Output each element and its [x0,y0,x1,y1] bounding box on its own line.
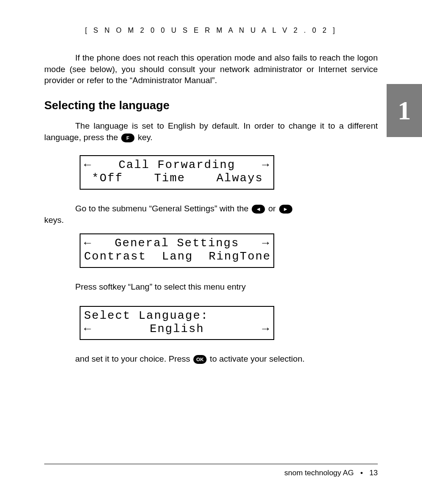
lcd2-left-arrow: ← [84,237,92,250]
ok-key-icon: OK [193,355,207,364]
page-footer: snom technology AG • 13 [44,464,378,477]
submenu-text-b: or [266,204,278,213]
footer-company: snom technology AG [284,469,354,477]
lcd-general-settings: ← General Settings → Contrast Lang RingT… [80,233,274,268]
lcd2-options: Contrast Lang RingTone [84,250,270,263]
submenu-text-c: keys. [44,214,378,226]
lcd3-left-arrow: ← [84,323,92,336]
language-paragraph: The language is set to English by defaul… [44,120,378,143]
submenu-paragraph: Go to the submenu “General Settings” wit… [44,203,378,225]
lcd1-title: Call Forwarding [119,159,235,172]
lcd1-right-arrow: → [262,159,270,172]
lcd3-title: Select Language: [84,309,270,323]
lang-text-a: The language is set to English by defaul… [44,121,378,142]
lcd1-options: *Off Time Always [84,172,270,185]
f-key-icon: F [121,134,134,142]
lang-text-b: key. [135,133,153,142]
press-softkey-text: Press softkey “Lang” to select this menu… [44,281,378,293]
lcd1-left-arrow: ← [84,159,92,172]
lcd-call-forwarding: ← Call Forwarding → *Off Time Always [80,155,274,190]
footer-page-number: 13 [369,469,378,477]
submenu-text-a: Go to the submenu “General Settings” wit… [75,204,251,213]
left-arrow-key-icon: ◄ [252,205,265,214]
right-arrow-key-icon: ► [279,205,292,214]
intro-paragraph: If the phone does not reach this operati… [44,52,378,86]
lcd3-value: English [150,323,204,336]
section-heading: Selecting the language [44,99,378,112]
footer-bullet-icon: • [360,469,363,477]
lcd-select-language: Select Language: ← English → [80,306,274,340]
lcd3-right-arrow: → [262,323,270,336]
activate-paragraph: and set it to your choice. Press OK to a… [44,353,378,365]
lcd2-right-arrow: → [262,237,270,250]
activate-text-b: to activate your selection. [207,354,305,363]
activate-text-a: and set it to your choice. Press [75,354,192,363]
page-header: [ S N O M 2 0 0 U S E R M A N U A L V 2 … [44,27,378,34]
lcd2-title: General Settings [115,237,239,250]
chapter-tab: 1 [387,84,422,137]
